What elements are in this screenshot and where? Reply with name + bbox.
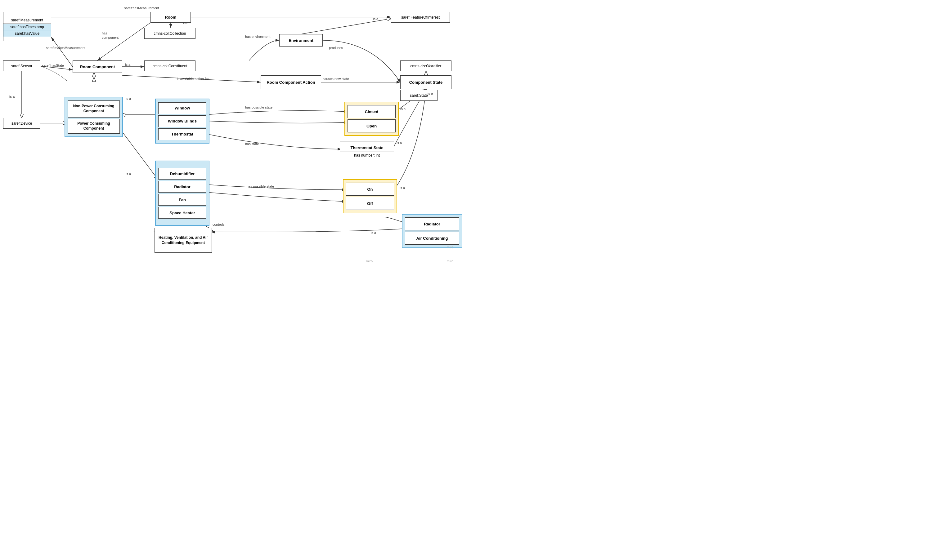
- power-devices-group-box: Dehumidifier Radiator Fan Space Heater: [155, 161, 210, 226]
- room-component-action-box: Room Component Action: [261, 75, 321, 89]
- power-consuming-box: Power Consuming Component: [68, 119, 120, 134]
- cmns-constituent-box: cmns-col:Constituent: [144, 60, 196, 71]
- miro-label-1: miro: [447, 245, 454, 249]
- is-a-thermostat-state-label: is a: [396, 141, 402, 145]
- saref-hasMeasurement-label: saref:hasMeasurement: [124, 6, 159, 10]
- air-conditioning-box: Air Conditioning: [405, 232, 459, 245]
- off-box: Off: [346, 197, 394, 210]
- saref-hasValue-label: saref:hasValue: [3, 31, 51, 37]
- closed-box: Closed: [347, 105, 396, 118]
- is-a-foi-label: is a: [373, 17, 378, 21]
- controls-label: controls: [213, 223, 225, 226]
- saref-makesMeasurement-label: saref:makesMeasurement: [46, 46, 85, 49]
- causes-new-state-label: causes new state: [323, 77, 349, 81]
- has-possible-state-window-label: has possible state: [245, 105, 272, 109]
- radiator-box: Radiator: [158, 181, 206, 192]
- non-power-box: Non-Power Consuming Component: [68, 100, 120, 117]
- is-a-nonpower-label: is a: [126, 97, 131, 100]
- is-a-closed-open-label: is a: [400, 107, 406, 111]
- saref-measurement-label: saref:Measurement: [3, 17, 51, 24]
- has-possible-state-power-label: has possible state: [247, 185, 274, 188]
- on-box: On: [346, 183, 394, 195]
- saref-hasTimestamp-label: saref:hasTimestamp: [3, 24, 51, 31]
- space-heater-box: Space Heater: [158, 207, 206, 218]
- arrows-overlay: [0, 0, 469, 280]
- is-a-state-label: is a: [427, 91, 433, 95]
- is-a-device-label: is a: [9, 95, 15, 98]
- is-available-action-label: is available action for: [177, 77, 209, 81]
- window-blinds-box: Window Blinds: [158, 115, 206, 127]
- fan-box: Fan: [158, 194, 206, 206]
- saref-sensor-box: saref:Sensor: [3, 60, 40, 71]
- is-a-radiator2-label: is a: [371, 231, 376, 235]
- has-state-thermostat-label: has state: [245, 142, 259, 146]
- closed-open-group-box: Closed Open: [344, 102, 399, 136]
- has-environment-label: has environment: [245, 35, 270, 38]
- is-a-constituent-label: is a: [125, 63, 130, 66]
- diagram-canvas: saref:Measurement saref:hasTimestamp sar…: [0, 0, 469, 280]
- component-state-box: Component State: [400, 75, 452, 89]
- thermostat-box: Thermostat: [158, 128, 206, 140]
- window-group-box: Window Window Blinds Thermostat: [155, 98, 210, 143]
- saref-foi-box: saref:FeatureOfInterest: [391, 12, 450, 23]
- miro-label-2: miro: [366, 259, 373, 263]
- dehumidifier-box: Dehumidifier: [158, 168, 206, 180]
- radiator-ac-group-box: Radiator Air Conditioning: [402, 214, 462, 248]
- open-box: Open: [347, 119, 396, 132]
- is-a-room-label: is a: [183, 21, 188, 25]
- environment-box: Environment: [279, 34, 323, 46]
- is-a-power-label: is a: [126, 172, 131, 176]
- has-component-label: has component: [102, 31, 119, 40]
- window-box: Window: [158, 102, 206, 114]
- radiator2-box: Radiator: [405, 217, 459, 231]
- on-off-group-box: On Off: [343, 179, 397, 213]
- saref-hasState-label: saref:hasState: [42, 63, 64, 67]
- produces-label: produces: [329, 46, 343, 49]
- thermostat-state-num: has number: int: [340, 152, 394, 159]
- room-component-box: Room Component: [73, 60, 122, 73]
- thermostat-state-box: Thermostat State has number: int: [340, 141, 394, 161]
- saref-device-box: saref:Device: [3, 118, 40, 129]
- saref-measurement-box: saref:Measurement saref:hasTimestamp sar…: [3, 12, 51, 41]
- power-group-outer-box: Non-Power Consuming Component Power Cons…: [65, 97, 123, 137]
- miro-label-3: miro: [447, 259, 454, 263]
- thermostat-state-label: Thermostat State: [340, 144, 394, 152]
- is-a-on-off-label: is a: [400, 186, 405, 190]
- cmns-classifier-box: cmns-cls:Classifier: [400, 60, 452, 71]
- is-a-classifier-label: is a: [427, 63, 433, 67]
- hvac-box: Heating, Ventilation, and Air Conditioni…: [154, 228, 212, 253]
- cmns-collection-box: cmns-col:Collection: [144, 28, 196, 39]
